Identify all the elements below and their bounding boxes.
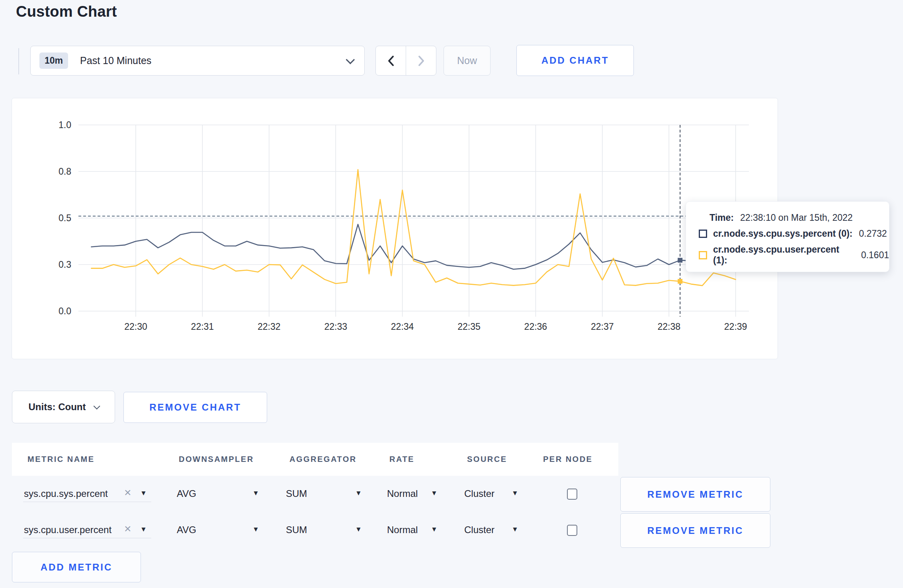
svg-text:22:38: 22:38 (657, 321, 680, 332)
column-header-rate: RATE (389, 455, 414, 464)
time-range-label: Past 10 Minutes (80, 55, 151, 66)
tooltip-time-value: 22:38:10 on Mar 15th, 2022 (740, 212, 853, 223)
svg-text:22:31: 22:31 (191, 321, 214, 332)
close-icon[interactable]: × (124, 487, 131, 498)
svg-text:0.0: 0.0 (59, 306, 71, 316)
dropdown-arrow-icon[interactable]: ▼ (431, 489, 438, 497)
add-chart-button[interactable]: ADD CHART (516, 45, 634, 76)
chevron-right-icon (416, 54, 426, 68)
remove-metric-button[interactable]: REMOVE METRIC (620, 513, 770, 548)
source-select[interactable]: Cluster (464, 488, 494, 499)
column-header-downsampler: DOWNSAMPLER (179, 455, 254, 464)
metric-name-underline (23, 538, 151, 538)
units-select[interactable]: Units: Count (12, 391, 115, 423)
dropdown-arrow-icon[interactable]: ▼ (512, 489, 518, 497)
metric-name-select[interactable]: sys.cpu.sys.percent (24, 488, 108, 499)
now-button-label: Now (457, 55, 477, 66)
dropdown-arrow-icon[interactable]: ▼ (140, 489, 147, 497)
time-step-buttons (375, 46, 436, 76)
dropdown-arrow-icon[interactable]: ▼ (140, 526, 147, 533)
toolbar-divider (18, 48, 19, 74)
svg-text:22:37: 22:37 (591, 321, 614, 332)
close-icon[interactable]: × (124, 523, 131, 535)
svg-text:22:33: 22:33 (324, 321, 347, 332)
column-header-source: SOURCE (467, 455, 507, 464)
downsampler-select[interactable]: AVG (177, 488, 196, 499)
svg-text:22:36: 22:36 (524, 321, 547, 332)
column-header-metric-name: METRIC NAME (27, 455, 95, 464)
step-forward-button[interactable] (406, 46, 436, 75)
per-node-checkbox[interactable] (567, 525, 577, 536)
source-select[interactable]: Cluster (464, 524, 494, 535)
chevron-down-icon (346, 55, 355, 64)
tooltip-series-label: cr.node.sys.cpu.sys.percent (0): (713, 228, 852, 239)
dropdown-arrow-icon[interactable]: ▼ (355, 489, 362, 497)
tooltip-time-label: Time: (710, 212, 734, 223)
svg-text:22:34: 22:34 (391, 321, 414, 332)
add-chart-label: ADD CHART (541, 55, 609, 66)
custom-chart-page: { "page": { "title": "Custom Chart" }, "… (0, 0, 903, 588)
aggregator-select[interactable]: SUM (286, 488, 307, 499)
remove-metric-button[interactable]: REMOVE METRIC (620, 477, 770, 512)
time-range-badge: 10m (39, 53, 68, 69)
remove-metric-label: REMOVE METRIC (647, 489, 744, 500)
series-user-swatch-icon (699, 251, 707, 259)
dropdown-arrow-icon[interactable]: ▼ (252, 489, 259, 497)
tooltip-series-row: cr.node.sys.cpu.user.percent (1): 0.1601 (699, 244, 889, 266)
units-select-label: Units: Count (29, 401, 86, 413)
table-row: sys.cpu.user.percent × ▼ AVG ▼ SUM ▼ Nor… (12, 513, 788, 548)
metric-name-select[interactable]: sys.cpu.user.percent (24, 524, 111, 535)
svg-text:22:35: 22:35 (457, 321, 481, 332)
chart-tooltip: Time: 22:38:10 on Mar 15th, 2022 cr.node… (686, 201, 889, 272)
dropdown-arrow-icon[interactable]: ▼ (252, 526, 259, 533)
step-back-button[interactable] (376, 46, 406, 75)
series-sys-swatch-icon (699, 230, 707, 238)
downsampler-select[interactable]: AVG (177, 524, 196, 535)
add-metric-button[interactable]: ADD METRIC (12, 552, 141, 582)
svg-text:1.0: 1.0 (59, 120, 71, 130)
svg-text:22:32: 22:32 (258, 321, 281, 332)
add-metric-label: ADD METRIC (41, 562, 113, 573)
time-range-select[interactable]: 10m Past 10 Minutes (30, 46, 365, 76)
column-header-per-node: PER NODE (543, 455, 592, 464)
svg-text:0.5: 0.5 (59, 213, 71, 223)
aggregator-select[interactable]: SUM (286, 524, 307, 535)
svg-text:22:39: 22:39 (724, 321, 747, 332)
rate-select[interactable]: Normal (387, 524, 418, 535)
svg-text:22:30: 22:30 (124, 321, 147, 332)
metric-name-underline (23, 502, 151, 502)
chart-card: 22:3022:3122:3222:3322:3422:3522:3622:37… (12, 98, 778, 359)
table-row: sys.cpu.sys.percent × ▼ AVG ▼ SUM ▼ Norm… (12, 477, 788, 512)
rate-select[interactable]: Normal (387, 488, 418, 499)
chevron-down-icon (94, 403, 100, 409)
dropdown-arrow-icon[interactable]: ▼ (512, 526, 518, 533)
dropdown-arrow-icon[interactable]: ▼ (355, 526, 362, 533)
remove-chart-label: REMOVE CHART (149, 402, 241, 413)
metrics-table-header: METRIC NAME DOWNSAMPLER AGGREGATOR RATE … (12, 443, 618, 476)
dropdown-arrow-icon[interactable]: ▼ (431, 526, 438, 533)
remove-chart-button[interactable]: REMOVE CHART (123, 392, 267, 423)
tooltip-time-row: Time: 22:38:10 on Mar 15th, 2022 (710, 212, 889, 223)
tooltip-series-value: 0.1601 (861, 250, 889, 261)
remove-metric-label: REMOVE METRIC (647, 525, 744, 536)
page-title: Custom Chart (16, 3, 117, 20)
cpu-usage-chart[interactable]: 22:3022:3122:3222:3322:3422:3522:3622:37… (12, 98, 778, 360)
tooltip-series-value: 0.2732 (859, 228, 887, 239)
tooltip-series-label: cr.node.sys.cpu.user.percent (1): (713, 244, 855, 266)
svg-text:0.8: 0.8 (59, 166, 71, 177)
now-button[interactable]: Now (444, 46, 491, 76)
tooltip-series-row: cr.node.sys.cpu.sys.percent (0): 0.2732 (699, 228, 889, 239)
svg-text:0.3: 0.3 (59, 259, 71, 270)
per-node-checkbox[interactable] (567, 489, 577, 500)
chevron-left-icon (386, 54, 396, 68)
column-header-aggregator: AGGREGATOR (289, 455, 357, 464)
